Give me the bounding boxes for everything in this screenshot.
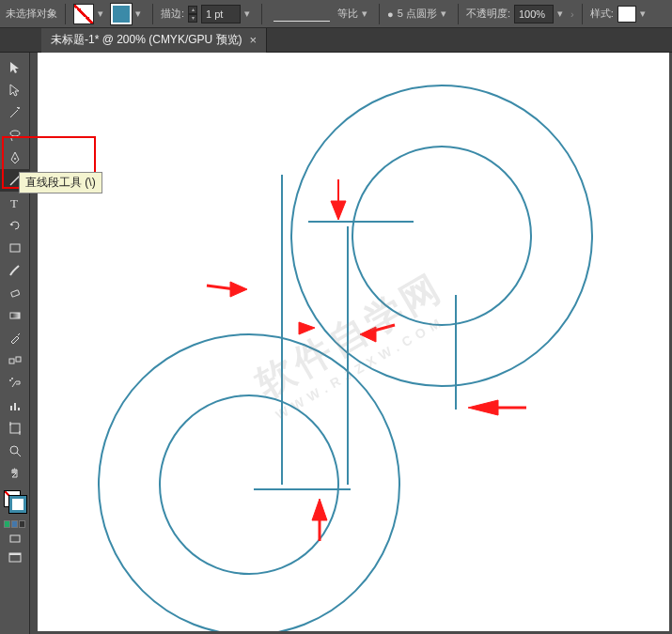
separator <box>152 4 153 24</box>
eyedropper-tool-icon[interactable] <box>0 327 30 349</box>
svg-point-26 <box>160 395 338 574</box>
opacity-dropdown-icon[interactable]: ▾ <box>557 8 567 20</box>
svg-marker-36 <box>360 327 376 342</box>
stroke-weight-dropdown-icon[interactable]: ▾ <box>244 8 254 20</box>
svg-rect-20 <box>10 535 20 542</box>
svg-point-25 <box>99 334 399 631</box>
svg-marker-40 <box>312 499 327 520</box>
svg-point-11 <box>11 378 13 379</box>
style-dropdown-icon[interactable]: ▾ <box>640 8 649 20</box>
svg-point-10 <box>9 379 11 381</box>
graph-tool-icon[interactable] <box>0 394 30 417</box>
stroke-label: 描边: <box>161 7 184 21</box>
rectangle-tool-icon[interactable] <box>0 237 30 259</box>
document-tab-bar: 未标题-1* @ 200% (CMYK/GPU 预览) × <box>0 28 672 53</box>
lasso-tool-icon[interactable] <box>0 124 30 147</box>
stroke-swatch[interactable] <box>111 4 132 24</box>
close-icon[interactable]: × <box>250 33 258 47</box>
svg-rect-15 <box>10 424 20 433</box>
svg-rect-6 <box>11 290 20 297</box>
stroke-profile-label: 等比 <box>337 7 358 21</box>
svg-rect-12 <box>10 406 12 410</box>
hand-tool-icon[interactable] <box>0 462 30 485</box>
zoom-tool-icon[interactable] <box>0 440 30 462</box>
svg-line-19 <box>17 453 21 456</box>
canvas-wrap: 软件自学网 WWW.RJZXW.COM <box>30 53 672 634</box>
svg-marker-32 <box>331 201 346 220</box>
document-tab[interactable]: 未标题-1* @ 200% (CMYK/GPU 预览) × <box>41 28 267 53</box>
direct-selection-tool-icon[interactable] <box>0 79 30 101</box>
separator <box>261 4 262 24</box>
symbol-sprayer-tool-icon[interactable] <box>0 372 30 394</box>
artboard-tool-icon[interactable] <box>0 417 30 440</box>
svg-rect-22 <box>9 553 21 555</box>
stroke-weight-stepper[interactable]: ▴▾ <box>188 6 197 23</box>
document-tab-title: 未标题-1* @ 200% (CMYK/GPU 预览) <box>51 32 242 48</box>
svg-point-23 <box>291 85 592 386</box>
gradient-tool-icon[interactable] <box>0 304 30 327</box>
separator <box>458 4 459 24</box>
svg-point-18 <box>10 446 18 454</box>
paintbrush-tool-icon[interactable] <box>0 259 30 282</box>
magic-wand-tool-icon[interactable] <box>0 101 30 124</box>
svg-point-24 <box>352 147 531 325</box>
opacity-more-icon[interactable]: › <box>570 8 574 20</box>
svg-text:T: T <box>10 196 18 210</box>
svg-rect-5 <box>10 244 20 252</box>
color-mode-row[interactable] <box>0 518 29 530</box>
opacity-label: 不透明度: <box>466 7 510 21</box>
fill-dropdown-icon[interactable]: ▾ <box>98 8 107 20</box>
rotate-tool-icon[interactable] <box>0 214 30 237</box>
screen-mode-icon[interactable] <box>0 530 30 549</box>
svg-marker-38 <box>468 400 498 415</box>
brush-bullet: ● <box>387 8 394 20</box>
svg-line-37 <box>374 325 395 331</box>
no-selection-label: 未选择对象 <box>6 7 57 21</box>
blend-tool-icon[interactable] <box>0 349 30 372</box>
stroke-color-icon[interactable] <box>9 496 26 513</box>
fill-stroke-color-well[interactable] <box>4 490 26 513</box>
artwork-svg <box>38 53 669 631</box>
screen-mode-full-icon[interactable] <box>0 549 30 567</box>
svg-rect-7 <box>10 313 20 318</box>
stroke-profile-preview[interactable] <box>273 7 330 22</box>
separator <box>582 4 583 24</box>
type-tool-icon[interactable]: T <box>0 192 30 214</box>
line-tool-tooltip: 直线段工具 (\) <box>19 172 102 193</box>
selection-tool-icon[interactable] <box>0 56 30 79</box>
opacity-input[interactable] <box>514 5 554 23</box>
pen-tool-icon[interactable] <box>0 147 30 169</box>
svg-point-1 <box>10 131 20 136</box>
stroke-dropdown-icon[interactable]: ▾ <box>135 8 145 20</box>
style-swatch[interactable] <box>617 6 636 23</box>
brush-label: 5 点圆形 <box>398 7 437 21</box>
stroke-profile-dropdown-icon[interactable]: ▾ <box>362 8 371 20</box>
main-area: T <box>0 53 672 634</box>
style-label: 样式: <box>590 7 614 21</box>
toolbox: T <box>0 53 30 634</box>
fill-swatch[interactable] <box>73 4 94 24</box>
svg-rect-8 <box>9 359 14 363</box>
separator <box>379 4 380 24</box>
stroke-weight-input[interactable] <box>201 5 241 23</box>
separator <box>65 4 66 24</box>
artboard-canvas[interactable]: 软件自学网 WWW.RJZXW.COM <box>38 53 669 631</box>
svg-rect-9 <box>16 357 21 362</box>
svg-rect-14 <box>18 408 20 410</box>
svg-marker-35 <box>299 322 315 334</box>
svg-point-2 <box>14 158 16 160</box>
svg-point-0 <box>18 107 20 109</box>
options-bar: 未选择对象 ▾ ▾ 描边: ▴▾ ▾ 等比 ▾ ● 5 点圆形 ▾ 不透明度: … <box>0 0 672 28</box>
eraser-tool-icon[interactable] <box>0 282 30 304</box>
brush-dropdown-icon[interactable]: ▾ <box>441 8 450 20</box>
svg-rect-13 <box>14 403 16 410</box>
